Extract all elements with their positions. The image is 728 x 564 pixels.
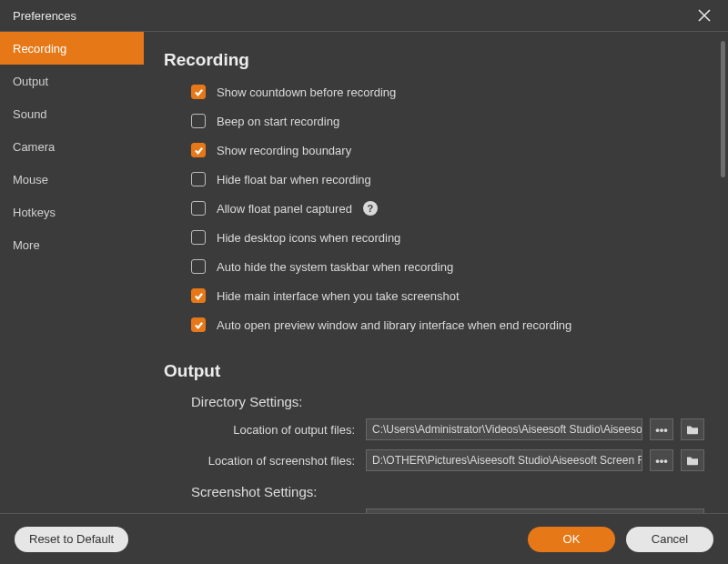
screenshot-format-row: Screenshot format: PNG xyxy=(191,509,704,513)
main-area: Recording Output Sound Camera Mouse Hotk… xyxy=(0,31,728,513)
window-title: Preferences xyxy=(13,9,76,23)
checkbox-show-boundary[interactable] xyxy=(191,143,206,157)
check-icon xyxy=(194,146,204,156)
option-label: Hide float bar when recording xyxy=(217,173,371,186)
sidebar: Recording Output Sound Camera Mouse Hotk… xyxy=(0,32,144,513)
check-icon xyxy=(194,320,204,330)
option-label: Auto open preview window and library int… xyxy=(217,318,571,332)
checkbox-auto-open-preview[interactable] xyxy=(191,317,206,332)
sidebar-item-label: Hotkeys xyxy=(13,206,56,219)
option-label: Hide desktop icons when recording xyxy=(217,231,400,245)
option-row: Beep on start recording xyxy=(191,112,704,130)
option-row: Allow float panel captured ? xyxy=(191,199,704,217)
help-icon[interactable]: ? xyxy=(363,201,378,216)
screenshot-format-select[interactable]: PNG xyxy=(366,509,704,513)
checkbox-auto-hide-taskbar[interactable] xyxy=(191,259,206,274)
screenshot-format-label: Screenshot format: xyxy=(191,513,359,514)
sidebar-item-recording[interactable]: Recording xyxy=(0,32,144,65)
sidebar-item-hotkeys[interactable]: Hotkeys xyxy=(0,196,144,228)
checkbox-allow-float-captured[interactable] xyxy=(191,201,206,216)
option-label: Show countdown before recording xyxy=(217,86,396,99)
sidebar-item-mouse[interactable]: Mouse xyxy=(0,163,144,196)
scrollbar-thumb[interactable] xyxy=(721,41,725,177)
sidebar-item-camera[interactable]: Camera xyxy=(0,130,144,163)
checkbox-hide-desktop-icons[interactable] xyxy=(191,230,206,245)
browse-output-button[interactable]: ••• xyxy=(650,418,673,440)
ok-button[interactable]: OK xyxy=(528,527,615,552)
sidebar-item-label: Mouse xyxy=(13,173,48,186)
sidebar-item-output[interactable]: Output xyxy=(0,65,144,97)
directory-output-row: Location of output files: C:\Users\Admin… xyxy=(191,418,704,440)
sidebar-item-label: Recording xyxy=(13,42,66,55)
browse-screenshot-button[interactable]: ••• xyxy=(650,449,673,471)
folder-icon xyxy=(686,424,699,435)
title-bar: Preferences xyxy=(0,0,728,31)
open-output-folder-button[interactable] xyxy=(681,418,704,440)
section-title-recording: Recording xyxy=(164,50,704,70)
subheading-screenshot: Screenshot Settings: xyxy=(191,484,704,499)
screenshot-path-input[interactable]: D:\OTHER\Pictures\Aiseesoft Studio\Aisee… xyxy=(366,449,642,471)
option-label: Show recording boundary xyxy=(217,144,351,157)
screenshot-path-label: Location of screenshot files: xyxy=(191,454,359,468)
option-row: Show countdown before recording xyxy=(191,83,704,101)
sidebar-item-sound[interactable]: Sound xyxy=(0,97,144,130)
sidebar-item-more[interactable]: More xyxy=(0,228,144,261)
sidebar-item-label: Output xyxy=(13,75,48,88)
checkbox-show-countdown[interactable] xyxy=(191,85,206,99)
subheading-directory: Directory Settings: xyxy=(191,394,704,409)
option-row: Hide desktop icons when recording xyxy=(191,228,704,247)
cancel-button[interactable]: Cancel xyxy=(626,527,713,552)
content-scroll[interactable]: Recording Show countdown before recordin… xyxy=(144,32,728,513)
option-row: Hide float bar when recording xyxy=(191,170,704,188)
option-row: Show recording boundary xyxy=(191,141,704,159)
option-row: Auto open preview window and library int… xyxy=(191,316,704,334)
option-label: Hide main interface when you take screen… xyxy=(217,289,460,303)
close-icon xyxy=(698,9,711,22)
checkbox-hide-floatbar[interactable] xyxy=(191,172,206,186)
footer: Reset to Default OK Cancel xyxy=(0,513,728,564)
sidebar-item-label: Sound xyxy=(13,107,47,121)
output-path-label: Location of output files: xyxy=(191,423,359,437)
check-icon xyxy=(194,87,204,97)
checkbox-hide-main-on-screenshot[interactable] xyxy=(191,288,206,303)
directory-screenshot-row: Location of screenshot files: D:\OTHER\P… xyxy=(191,449,704,471)
section-title-output: Output xyxy=(164,361,704,381)
option-label: Beep on start recording xyxy=(217,115,339,128)
option-label: Auto hide the system taskbar when record… xyxy=(217,260,453,274)
option-row: Auto hide the system taskbar when record… xyxy=(191,257,704,276)
sidebar-item-label: Camera xyxy=(13,140,55,154)
option-row: Hide main interface when you take screen… xyxy=(191,287,704,305)
option-label: Allow float panel captured xyxy=(217,202,352,216)
output-path-input[interactable]: C:\Users\Administrator\Videos\Aiseesoft … xyxy=(366,418,642,440)
sidebar-item-label: More xyxy=(13,238,40,252)
folder-icon xyxy=(686,455,699,466)
content-pane: Recording Show countdown before recordin… xyxy=(144,32,728,513)
reset-to-default-button[interactable]: Reset to Default xyxy=(15,527,128,552)
checkbox-beep[interactable] xyxy=(191,114,206,128)
open-screenshot-folder-button[interactable] xyxy=(681,449,704,471)
close-button[interactable] xyxy=(692,3,717,28)
check-icon xyxy=(194,291,204,301)
